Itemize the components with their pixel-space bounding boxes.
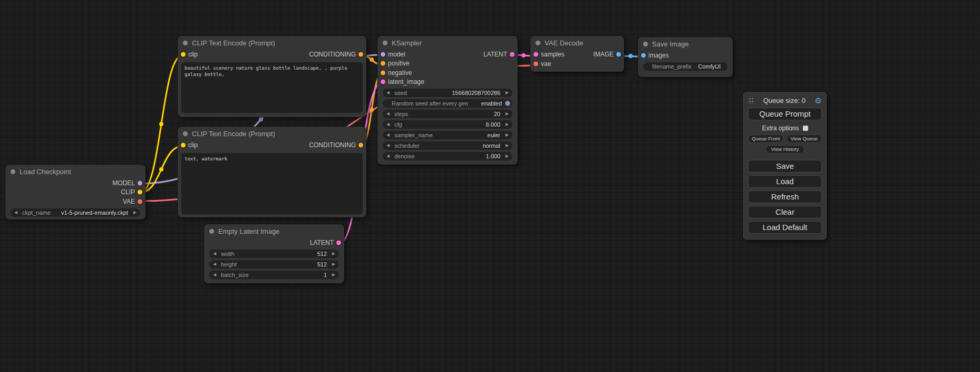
increment-arrow-icon[interactable]: ▶ — [503, 131, 509, 139]
view-queue-button[interactable]: View Queue — [787, 135, 822, 143]
load-button[interactable]: Load — [748, 175, 822, 188]
widget-sampler-name[interactable]: ◀ sampler_name euler ▶ — [383, 131, 512, 139]
node-header[interactable]: VAE Decode — [530, 36, 624, 50]
widget-steps[interactable]: ◀ steps 20 ▶ — [383, 110, 512, 118]
queue-menu-panel: Queue size: 0 ⚙ Queue Prompt Extra optio… — [743, 92, 827, 240]
node-header[interactable]: Save Image — [638, 37, 733, 51]
widget-width[interactable]: ◀ width 512 ▶ — [209, 250, 339, 258]
node-load-checkpoint[interactable]: Load Checkpoint MODEL CLIP VAE ◀ ckpt_na… — [5, 165, 145, 220]
increment-arrow-icon[interactable]: ▶ — [131, 208, 137, 217]
positive-input-dot[interactable] — [381, 61, 385, 66]
link-midpoint-dot — [521, 53, 526, 58]
queue-front-button[interactable]: Queue Front — [748, 135, 784, 143]
collapse-dot-icon[interactable] — [183, 131, 188, 136]
images-input-dot[interactable] — [641, 53, 646, 58]
negative-input-dot[interactable] — [381, 70, 385, 75]
refresh-button[interactable]: Refresh — [748, 190, 822, 203]
toggle-knob-icon[interactable] — [505, 101, 510, 106]
node-empty-latent-image[interactable]: Empty Latent Image LATENT ◀ width 512 ▶ … — [204, 224, 344, 283]
decrement-arrow-icon[interactable]: ◀ — [386, 110, 392, 118]
collapse-dot-icon[interactable] — [536, 41, 540, 45]
conditioning-output-dot[interactable] — [358, 142, 363, 147]
widget-batch-size[interactable]: ◀ batch_size 1 ▶ — [209, 271, 339, 279]
collapse-dot-icon[interactable] — [183, 41, 188, 45]
clear-button[interactable]: Clear — [748, 206, 822, 218]
node-header[interactable]: Empty Latent Image — [204, 224, 344, 238]
latent-image-input-dot[interactable] — [381, 80, 385, 84]
decrement-arrow-icon[interactable]: ◀ — [213, 260, 218, 269]
link-midpoint-dot — [370, 108, 374, 112]
latent-output-dot[interactable] — [336, 240, 341, 245]
vae-output-dot[interactable] — [138, 199, 142, 204]
vae-input-dot[interactable] — [533, 62, 538, 66]
clip-input-dot[interactable] — [181, 52, 186, 56]
widget-label: ckpt_name — [22, 209, 61, 216]
latent-output-dot[interactable] — [510, 52, 515, 56]
input-slot-samples: samples IMAGE — [530, 50, 624, 59]
node-vae-decode[interactable]: VAE Decode samples IMAGE vae — [530, 36, 624, 72]
increment-arrow-icon[interactable]: ▶ — [503, 141, 509, 150]
node-header[interactable]: CLIP Text Encode (Prompt) — [178, 36, 366, 50]
drag-handle-icon[interactable] — [748, 97, 754, 104]
collapse-dot-icon[interactable] — [643, 42, 648, 46]
node-title: VAE Decode — [545, 39, 583, 47]
widget-ckpt-name[interactable]: ◀ ckpt_name v1-5-pruned-emaonly.ckpt ▶ — [11, 208, 140, 217]
input-slot-label: positive — [388, 60, 410, 67]
node-save-image[interactable]: Save Image images filename_prefix ComfyU… — [638, 37, 733, 77]
node-title: KSampler — [392, 39, 422, 47]
widget-random-seed[interactable]: Random seed after every gen enabled — [383, 99, 512, 108]
settings-gear-icon[interactable]: ⚙ — [815, 97, 822, 104]
queue-small-buttons: Queue Front View Queue — [748, 135, 822, 143]
increment-arrow-icon[interactable]: ▶ — [330, 250, 335, 258]
increment-arrow-icon[interactable]: ▶ — [330, 271, 335, 279]
prompt-textarea[interactable]: text, watermark — [181, 153, 363, 214]
model-output-dot[interactable] — [138, 180, 142, 185]
decrement-arrow-icon[interactable]: ◀ — [14, 208, 20, 217]
decrement-arrow-icon[interactable]: ◀ — [386, 131, 392, 139]
image-output-dot[interactable] — [616, 52, 621, 57]
view-history-button[interactable]: View History — [765, 145, 804, 154]
clip-input-dot[interactable] — [181, 142, 186, 147]
extra-options-checkbox[interactable] — [803, 126, 808, 131]
widget-filename-prefix[interactable]: filename_prefix ComfyUI — [643, 62, 727, 71]
collapse-dot-icon[interactable] — [11, 169, 15, 174]
decrement-arrow-icon[interactable]: ◀ — [213, 250, 218, 258]
widget-scheduler[interactable]: ◀ scheduler normal ▶ — [383, 141, 512, 150]
increment-arrow-icon[interactable]: ▶ — [503, 89, 509, 97]
model-input-dot[interactable] — [381, 52, 385, 56]
increment-arrow-icon[interactable]: ▶ — [330, 260, 335, 269]
increment-arrow-icon[interactable]: ▶ — [503, 152, 509, 160]
widget-label: filename_prefix — [652, 63, 698, 70]
widget-denoise[interactable]: ◀ denoise 1.000 ▶ — [383, 152, 512, 160]
widget-cfg[interactable]: ◀ cfg 8.000 ▶ — [383, 120, 512, 129]
node-header[interactable]: CLIP Text Encode (Prompt) — [178, 127, 366, 140]
prompt-textarea[interactable]: beautiful scenery nature glass bottle la… — [181, 62, 363, 113]
widget-height[interactable]: ◀ height 512 ▶ — [209, 260, 339, 269]
node-title: Empty Latent Image — [218, 227, 279, 235]
widget-seed[interactable]: ◀ seed 156680208700286 ▶ — [383, 89, 512, 97]
node-header[interactable]: Load Checkpoint — [5, 165, 145, 178]
increment-arrow-icon[interactable]: ▶ — [503, 110, 509, 118]
collapse-dot-icon[interactable] — [383, 41, 387, 45]
decrement-arrow-icon[interactable]: ◀ — [213, 271, 218, 279]
collapse-dot-icon[interactable] — [209, 229, 214, 234]
samples-input-dot[interactable] — [533, 52, 538, 57]
save-button[interactable]: Save — [748, 160, 822, 173]
queue-prompt-button[interactable]: Queue Prompt — [748, 108, 822, 120]
decrement-arrow-icon[interactable]: ◀ — [386, 120, 392, 129]
decrement-arrow-icon[interactable]: ◀ — [386, 89, 392, 97]
workflow-buttons: Save Load Refresh Clear Load Default — [748, 160, 822, 234]
clip-output-dot[interactable] — [138, 190, 142, 195]
node-header[interactable]: KSampler — [377, 36, 518, 50]
widget-value: ComfyUI — [698, 63, 721, 70]
node-ksampler[interactable]: KSampler model positive negative latent_… — [377, 36, 518, 165]
node-clip-text-encode-positive[interactable]: CLIP Text Encode (Prompt) clip CONDITION… — [178, 36, 366, 117]
decrement-arrow-icon[interactable]: ◀ — [386, 152, 392, 160]
node-clip-text-encode-negative[interactable]: CLIP Text Encode (Prompt) clip CONDITION… — [178, 127, 366, 217]
graph-canvas[interactable]: { "icons": { "left_arrow": "◀", "right_a… — [0, 0, 980, 372]
load-default-button[interactable]: Load Default — [748, 221, 822, 234]
link-midpoint-dot — [259, 117, 263, 121]
increment-arrow-icon[interactable]: ▶ — [503, 120, 509, 129]
conditioning-output-dot[interactable] — [358, 52, 363, 56]
decrement-arrow-icon[interactable]: ◀ — [386, 141, 392, 150]
